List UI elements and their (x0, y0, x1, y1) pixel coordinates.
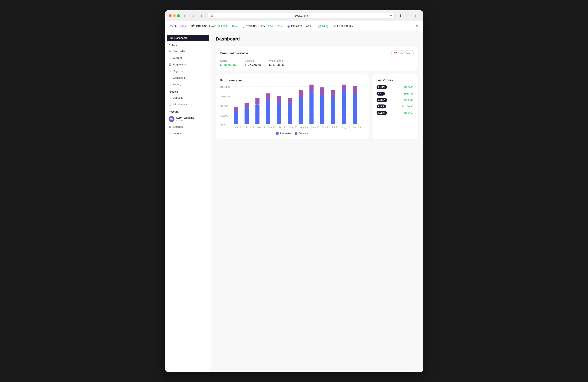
ticker-gbpusd: 🏴 GBP/USD 1.2403 +0.0019 (+0.15%) (191, 24, 238, 28)
requested-label: Requested (173, 63, 186, 66)
orders-section-label: Orders (165, 41, 211, 48)
logout-icon: ↩ (169, 132, 171, 135)
cancelled-label: Cancelled (173, 76, 185, 79)
svg-text:Jun 23: Jun 23 (322, 126, 329, 128)
sidebar-item-logout[interactable]: ↩ Logout (165, 130, 211, 137)
security-icon: 🔒 (210, 14, 213, 17)
current-label: Current (173, 56, 182, 59)
theme-toggle-button[interactable]: ☀ (415, 24, 419, 28)
sidebar-toggle-button[interactable]: ⊞ (182, 13, 188, 19)
order-amount: $938.95 (404, 92, 414, 95)
order-amount: $805.86 (404, 85, 414, 89)
new-tab-button[interactable]: + (405, 12, 412, 19)
svg-rect-17 (266, 93, 270, 101)
sidebar-item-dashboard[interactable]: ⊞ Dashboard (167, 35, 209, 41)
btc-price: 27135 (258, 25, 265, 28)
account-section-label: Account (165, 108, 211, 114)
sidebar-item-deposits[interactable]: ◻ Deposits (165, 95, 211, 101)
rejected-label: Rejected (173, 70, 184, 73)
sidebar-item-requested[interactable]: ☰ Requested (165, 61, 211, 68)
sidebar-item-cancelled[interactable]: ☰ Cancelled (165, 75, 211, 81)
svg-rect-25 (309, 85, 314, 92)
svg-text:$10,500: $10,500 (220, 96, 230, 98)
xrp-price: 0.5... (349, 25, 355, 28)
rejected-icon: ☰ (169, 70, 171, 73)
gbp-icon: 🏴 (191, 24, 195, 28)
svg-rect-22 (298, 97, 303, 124)
svg-text:$7,000: $7,000 (220, 105, 228, 107)
withdrawals-label: Withdrawals (173, 103, 188, 106)
user-id: # 2365 (176, 119, 208, 122)
gbp-pair: GBP/USD (196, 25, 208, 28)
forward-button[interactable]: › (199, 13, 205, 19)
traffic-light-yellow[interactable] (173, 14, 176, 17)
eth-change: +5.5 (+0.34%) (312, 25, 328, 28)
legend-premarket: Premarket (276, 132, 291, 135)
svg-rect-29 (331, 90, 335, 97)
logo: 〜 100KS (169, 23, 186, 29)
orders-list: ELCMF$805.86AIAD$938.95ABBNY$922.41RHILF… (377, 85, 414, 115)
calendar-icon: 📅 (394, 52, 397, 55)
legend-common: Common (295, 132, 309, 135)
svg-rect-19 (277, 96, 281, 102)
page-title: Dashboard (216, 36, 418, 42)
tabs-button[interactable]: ⧉ (413, 12, 420, 19)
history-icon: ◷ (169, 83, 171, 86)
logout-label: Logout (173, 132, 181, 135)
share-button[interactable]: ⬆ (397, 12, 404, 19)
order-amount: $822.53 (404, 111, 414, 114)
deposits-metric: Deposits $136,365.45 (245, 59, 261, 66)
svg-rect-18 (277, 102, 281, 124)
chart-legend: Premarket Common (220, 132, 364, 135)
common-label: Common (298, 132, 309, 135)
ticker-btcusd: ₿ BTC/USD 27135 +365 (+1.36%) (243, 24, 282, 28)
traffic-light-green[interactable] (177, 14, 180, 17)
equity-label: Equity (220, 59, 237, 62)
svg-rect-20 (288, 104, 292, 124)
sidebar-item-withdrawals[interactable]: ◻ Withdrawals (165, 101, 211, 108)
financial-overview-title: Financial overview (220, 51, 248, 55)
svg-text:$3,500: $3,500 (220, 115, 228, 117)
svg-rect-10 (234, 111, 238, 124)
order-badge: AIAD (377, 92, 385, 96)
equity-metric: Equity $210,753.87 (220, 59, 237, 66)
finance-section-label: Finance (165, 88, 211, 95)
xrp-icon: ✕ (333, 24, 336, 28)
eth-pair: ETH/USD (291, 25, 302, 28)
ticker-items: 🏴 GBP/USD 1.2403 +0.0019 (+0.15%) ₿ BTC/… (191, 24, 355, 28)
user-section[interactable]: AW Aaron Williams # 2365 (165, 114, 211, 124)
sidebar-item-current[interactable]: ☰ Current (165, 55, 211, 61)
order-badge: RHILF (377, 105, 386, 108)
sidebar-item-new-order[interactable]: ⊕ New order (165, 48, 211, 55)
svg-text:Dec 22: Dec 22 (257, 126, 265, 128)
reload-icon[interactable]: ↻ (390, 14, 392, 17)
sidebar-dashboard-label: Dashboard (174, 36, 188, 40)
profit-overview-title: Profit overview (220, 79, 364, 82)
ticker-ethusd: ◆ ETH/USD 1643.1 +5.5 (+0.34%) (288, 24, 328, 28)
sidebar-item-settings[interactable]: ⚙ Settings (165, 124, 211, 130)
last-orders-title: Last Orders (377, 79, 414, 82)
sidebar-item-rejected[interactable]: ☰ Rejected (165, 68, 211, 75)
address-bar[interactable]: 🔒 100ks.fund ↻ (207, 13, 395, 19)
svg-text:Jan 23: Jan 23 (268, 126, 275, 128)
financial-overview-card: Financial overview 📅 Pick a date Equity … (216, 46, 418, 71)
svg-rect-13 (244, 103, 249, 108)
svg-rect-21 (288, 98, 292, 103)
traffic-light-red[interactable] (169, 14, 171, 17)
svg-text:$0.0: $0.0 (220, 124, 225, 127)
eth-icon: ◆ (288, 24, 290, 28)
back-button[interactable]: ‹ (191, 13, 196, 19)
svg-rect-33 (353, 86, 357, 94)
financial-metrics: Equity $210,753.87 Deposits $136,365.45 … (220, 59, 414, 66)
xrp-pair: XRP/USD (337, 25, 348, 28)
withdrawals-value: $34,108.85 (269, 63, 284, 66)
withdrawals-icon: ◻ (169, 103, 171, 106)
user-avatar: AW (169, 116, 174, 122)
svg-rect-26 (320, 95, 324, 124)
logo-icon: 〜 (169, 23, 174, 29)
svg-text:Mar 23: Mar 23 (289, 126, 297, 128)
svg-text:Apr 23: Apr 23 (300, 126, 308, 128)
date-picker-button[interactable]: 📅 Pick a date (391, 50, 413, 56)
sidebar-item-history[interactable]: ◷ History (165, 81, 211, 88)
svg-rect-28 (331, 97, 335, 124)
